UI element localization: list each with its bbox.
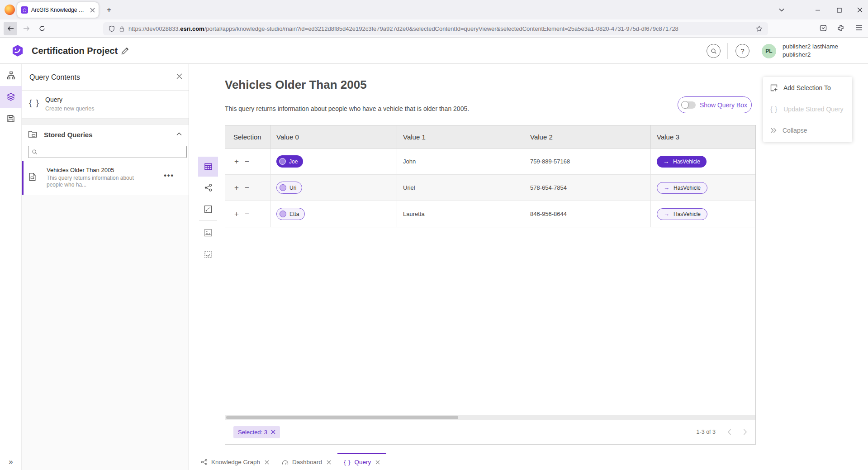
shield-icon[interactable] bbox=[109, 25, 115, 32]
help-button[interactable]: ? bbox=[735, 44, 749, 58]
app-favicon-icon: ⬡ bbox=[21, 6, 28, 14]
relationship-pill[interactable]: →HasVehicle bbox=[657, 156, 707, 168]
column-header-value2: Value 2 bbox=[524, 125, 651, 148]
view-selection-button[interactable] bbox=[198, 245, 218, 264]
entity-pill[interactable]: Uri bbox=[276, 182, 302, 194]
minus-icon[interactable]: − bbox=[245, 210, 249, 218]
extensions-icon[interactable] bbox=[837, 24, 844, 32]
tab-close-icon[interactable] bbox=[265, 460, 269, 465]
list-tabs-icon[interactable] bbox=[776, 4, 787, 16]
cell-value2: 578-654-7854 bbox=[524, 175, 651, 201]
chevron-right-icon[interactable] bbox=[743, 429, 747, 435]
panel-header: Query Contents bbox=[22, 64, 189, 91]
map-icon bbox=[204, 205, 212, 213]
firefox-icon[interactable] bbox=[5, 5, 15, 15]
tab-close-icon[interactable] bbox=[375, 460, 380, 465]
edit-pencil-icon[interactable] bbox=[121, 47, 129, 55]
menu-item-update-stored-query[interactable]: { } Update Stored Query bbox=[763, 98, 852, 120]
plus-icon[interactable]: + bbox=[234, 158, 239, 165]
tab-dashboard[interactable]: Dashboard bbox=[275, 453, 337, 470]
relationship-label: HasVehicle bbox=[674, 211, 701, 217]
braces-icon: { } bbox=[344, 459, 351, 465]
entity-label: Etta bbox=[289, 211, 299, 217]
table-empty-area bbox=[225, 227, 755, 415]
rail-item-contents[interactable] bbox=[0, 86, 22, 108]
cell-value1: John bbox=[397, 149, 524, 174]
page-description: This query returns information about peo… bbox=[225, 105, 469, 112]
braces-icon: { } bbox=[29, 98, 40, 108]
project-title: Certification Project bbox=[32, 38, 118, 64]
clear-selection-icon[interactable] bbox=[271, 430, 275, 434]
browser-tab[interactable]: ⬡ ArcGIS Knowledge Studio bbox=[17, 2, 99, 18]
item-options-ellipsis-icon[interactable]: ••• bbox=[164, 172, 174, 180]
show-query-box-toggle[interactable]: Show Query Box bbox=[678, 96, 752, 113]
search-button[interactable] bbox=[707, 44, 721, 58]
user-info[interactable]: publisher2 lastName publisher2 bbox=[783, 43, 838, 59]
tab-label: Query bbox=[354, 459, 371, 465]
horizontal-scrollbar[interactable] bbox=[225, 415, 755, 420]
plus-icon[interactable]: + bbox=[234, 210, 239, 218]
table-row: + − Uri Uriel 578-654-7854 →HasVehicle bbox=[225, 175, 755, 201]
panel-close-icon[interactable] bbox=[176, 73, 182, 79]
search-icon bbox=[32, 149, 38, 155]
plus-icon[interactable]: + bbox=[234, 184, 239, 192]
minus-icon[interactable]: − bbox=[245, 158, 249, 165]
url-bar[interactable]: https://dev0028833.esri.com/portal/apps/… bbox=[103, 22, 768, 35]
selected-count-chip[interactable]: Selected: 3 bbox=[233, 426, 280, 438]
entity-pill[interactable]: Etta bbox=[276, 208, 305, 220]
column-header-value3: Value 3 bbox=[651, 125, 755, 148]
window-maximize-button[interactable] bbox=[833, 4, 845, 16]
stored-query-item[interactable]: Vehicles Older Than 2005 This query retu… bbox=[22, 161, 189, 195]
view-table-button[interactable] bbox=[198, 157, 218, 177]
tab-query[interactable]: { } Query bbox=[337, 453, 386, 470]
chevron-up-icon[interactable] bbox=[176, 132, 182, 136]
back-button[interactable] bbox=[4, 22, 17, 35]
query-contents-panel: Query Contents { } Query Create new quer… bbox=[22, 64, 189, 470]
relationship-pill[interactable]: →HasVehicle bbox=[657, 182, 707, 194]
window-close-button[interactable] bbox=[854, 4, 866, 16]
view-link-chart-button[interactable] bbox=[198, 177, 218, 197]
entity-pill[interactable]: Joe bbox=[276, 155, 303, 168]
sitemap-icon bbox=[7, 71, 15, 80]
search-input[interactable] bbox=[41, 149, 183, 155]
query-create-item[interactable]: { } Query Create new queries bbox=[22, 91, 189, 119]
table-header-row: Selection Value 0 Value 1 Value 2 Value … bbox=[225, 125, 755, 149]
menu-item-add-selection-to[interactable]: Add Selection To bbox=[763, 77, 852, 98]
tab-close-icon[interactable] bbox=[327, 460, 331, 465]
rail-item-save[interactable] bbox=[0, 108, 22, 129]
browser-tab-title: ArcGIS Knowledge Studio bbox=[31, 7, 87, 13]
minus-icon[interactable]: − bbox=[245, 184, 249, 192]
window-minimize-button[interactable] bbox=[812, 4, 824, 16]
scrollbar-thumb[interactable] bbox=[226, 416, 458, 419]
relationship-pill[interactable]: →HasVehicle bbox=[657, 208, 707, 220]
bottom-tab-bar: Knowledge Graph Dashboard { } Query bbox=[190, 453, 868, 470]
tab-close-icon[interactable] bbox=[90, 8, 95, 13]
search-icon bbox=[711, 48, 717, 54]
stored-queries-header[interactable]: Stored Queries bbox=[22, 125, 189, 145]
stored-query-title: Vehicles Older Than 2005 bbox=[47, 167, 114, 173]
menu-hamburger-icon[interactable] bbox=[855, 24, 863, 31]
chevron-left-icon[interactable] bbox=[727, 429, 731, 435]
url-text[interactable]: https://dev0028833.esri.com/portal/apps/… bbox=[128, 25, 678, 32]
menu-item-collapse[interactable]: Collapse bbox=[763, 120, 852, 141]
braces-icon: { } bbox=[770, 106, 778, 113]
stored-queries-search[interactable] bbox=[28, 146, 187, 158]
page-title: Vehicles Older Than 2005 bbox=[225, 78, 367, 92]
dashboard-gauge-icon bbox=[282, 459, 289, 465]
share-nodes-icon bbox=[204, 183, 213, 192]
reload-button[interactable] bbox=[35, 22, 49, 35]
forward-button[interactable] bbox=[19, 22, 33, 35]
toggle-switch[interactable] bbox=[682, 101, 696, 109]
tab-knowledge-graph[interactable]: Knowledge Graph bbox=[194, 453, 275, 470]
avatar[interactable]: PL bbox=[762, 44, 776, 58]
bookmark-star-icon[interactable] bbox=[756, 25, 763, 32]
double-chevron-right-icon bbox=[770, 128, 777, 133]
view-image-button[interactable] bbox=[198, 223, 218, 243]
view-map-button[interactable] bbox=[198, 199, 218, 219]
rail-item-link-chart[interactable] bbox=[0, 64, 22, 86]
knowledge-graph-icon bbox=[201, 459, 208, 465]
pocket-icon[interactable] bbox=[820, 24, 827, 32]
new-tab-button[interactable]: + bbox=[104, 5, 114, 15]
expand-rail-chevrons-icon[interactable]: » bbox=[0, 456, 22, 468]
lock-icon[interactable] bbox=[119, 26, 125, 32]
